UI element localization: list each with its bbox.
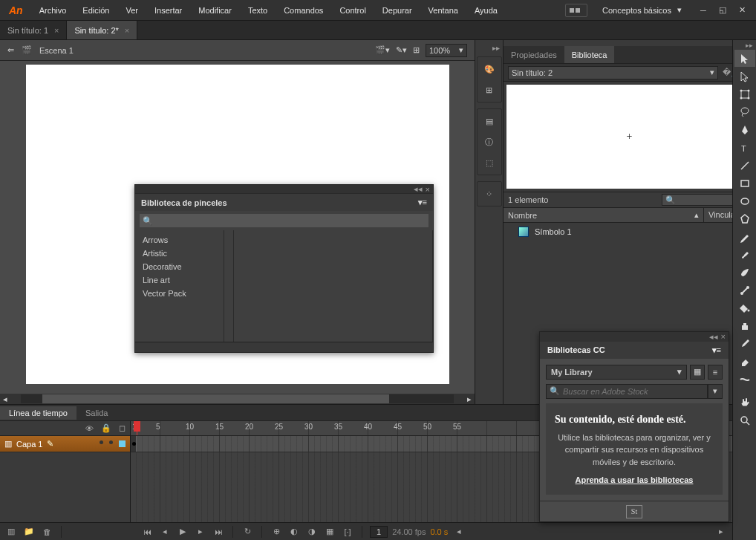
fps-label[interactable]: 24.00 fps: [392, 527, 426, 536]
panel-menu-icon[interactable]: ▾≡: [418, 198, 427, 207]
sync-settings-button[interactable]: [565, 4, 587, 17]
lasso-tool[interactable]: [734, 103, 755, 120]
doc-tab-1[interactable]: Sin título: 1 ×: [0, 21, 67, 39]
current-frame[interactable]: 1: [370, 526, 388, 538]
step-forward-icon[interactable]: ▸: [194, 525, 207, 539]
playhead[interactable]: [137, 421, 137, 435]
free-transform-tool[interactable]: [734, 85, 755, 103]
step-back-icon[interactable]: ◂: [158, 525, 172, 539]
cc-stock-search[interactable]: 🔍: [546, 384, 708, 399]
brush-library-search[interactable]: 🔍: [140, 214, 428, 227]
workspace-dropdown[interactable]: Conceptos básicos ▾: [595, 2, 689, 19]
horizontal-scrollbar[interactable]: ◂ ▸: [0, 394, 475, 404]
bone-tool[interactable]: [734, 282, 755, 299]
search-options-icon[interactable]: ▾: [708, 384, 723, 399]
back-icon[interactable]: ⇐: [7, 45, 14, 55]
doc-tab-2[interactable]: Sin título: 2* ×: [67, 21, 137, 39]
layer-row[interactable]: ▥ Capa 1 ✎: [0, 436, 130, 452]
panel-menu-icon[interactable]: ▾≡: [712, 345, 721, 355]
info-icon[interactable]: ⓘ: [480, 133, 498, 151]
library-doc-select[interactable]: Sin título: 2 ▾: [508, 66, 718, 79]
lock-icon[interactable]: 🔒: [101, 423, 111, 433]
brush-category-artistic[interactable]: Artistic: [140, 247, 219, 260]
outline-icon[interactable]: ◻: [119, 423, 126, 433]
menu-ver[interactable]: Ver: [118, 3, 146, 18]
paint-brush-tool[interactable]: [734, 264, 755, 281]
edit-multiple-icon[interactable]: ▦: [323, 525, 336, 539]
cc-libraries-title-bar[interactable]: Bibliotecas CC ▾≡: [540, 342, 729, 359]
brush-tool[interactable]: [734, 246, 755, 263]
paint-bucket-tool[interactable]: [734, 299, 755, 316]
onion-outline-icon[interactable]: ◑: [305, 525, 319, 539]
panel-grip[interactable]: ▸▸: [475, 45, 503, 51]
close-icon[interactable]: ×: [426, 185, 430, 194]
keyframe[interactable]: [132, 442, 136, 446]
zoom-tool[interactable]: [734, 411, 755, 429]
text-tool[interactable]: T: [734, 139, 755, 156]
cc-library-select[interactable]: My Library ▾: [546, 365, 687, 380]
edit-symbol-icon[interactable]: ✎▾: [396, 45, 407, 55]
panel-chrome[interactable]: ◂◂×: [540, 332, 729, 342]
scene-label[interactable]: Escena 1: [39, 46, 74, 55]
swatches-icon[interactable]: 🎨: [480, 60, 498, 78]
menu-insertar[interactable]: Insertar: [147, 3, 189, 18]
library-row[interactable]: Símbolo 1: [505, 224, 754, 239]
outline-sq[interactable]: [119, 440, 126, 447]
scroll-right-icon[interactable]: ▸: [714, 525, 728, 539]
eraser-tool[interactable]: [734, 353, 755, 370]
edit-scene-icon[interactable]: 🎬▾: [375, 45, 390, 55]
close-button[interactable]: ✕: [734, 4, 750, 16]
tab-timeline[interactable]: Línea de tiempo: [0, 406, 76, 420]
close-icon[interactable]: ×: [54, 26, 59, 35]
cc-stock-input[interactable]: [563, 387, 704, 396]
selection-tool[interactable]: [734, 50, 755, 67]
line-tool[interactable]: [734, 157, 755, 174]
polystar-tool[interactable]: [734, 210, 755, 227]
brush-category-arrows[interactable]: Arrows: [140, 233, 219, 247]
play-icon[interactable]: ▶: [176, 525, 189, 539]
brush-library-panel[interactable]: ◂◂× Biblioteca de pinceles ▾≡ 🔍 Arrows A…: [134, 184, 434, 353]
align-icon[interactable]: ⊞: [480, 81, 498, 99]
delete-layer-icon[interactable]: 🗑: [40, 525, 53, 539]
eyedropper-tool[interactable]: [734, 335, 755, 352]
minimize-button[interactable]: ─: [695, 4, 711, 16]
adobe-stock-icon[interactable]: St: [626, 505, 642, 518]
oval-tool[interactable]: [734, 192, 755, 209]
list-view-icon[interactable]: ≡: [708, 365, 723, 380]
menu-archivo[interactable]: Archivo: [32, 3, 74, 18]
collapse-icon[interactable]: ◂◂: [709, 332, 718, 342]
tab-output[interactable]: Salida: [76, 406, 117, 420]
components-icon[interactable]: ⁘: [480, 185, 498, 203]
rectangle-tool[interactable]: [734, 175, 755, 192]
goto-last-icon[interactable]: ⏭: [212, 525, 225, 539]
maximize-button[interactable]: ◱: [714, 4, 731, 16]
cc-libraries-panel[interactable]: ◂◂× Bibliotecas CC ▾≡ My Library ▾ ▦ ≡ 🔍…: [539, 331, 729, 523]
tab-propiedades[interactable]: Propiedades: [504, 46, 564, 63]
collapse-icon[interactable]: ◂◂: [414, 184, 423, 194]
menu-modificar[interactable]: Modificar: [191, 3, 239, 18]
zoom-select[interactable]: 100% ▾: [426, 44, 467, 57]
ink-bottle-tool[interactable]: [734, 317, 755, 334]
panel-chrome[interactable]: ◂◂×: [135, 185, 433, 194]
tools-grip[interactable]: ▸▸: [733, 42, 756, 49]
onion-skin-icon[interactable]: ◐: [287, 525, 301, 539]
brush-category-lineart[interactable]: Line art: [140, 273, 219, 287]
goto-first-icon[interactable]: ⏮: [140, 525, 154, 539]
pencil-tool[interactable]: [734, 228, 755, 245]
menu-control[interactable]: Control: [332, 3, 373, 18]
pen-tool[interactable]: [734, 121, 755, 138]
menu-comandos[interactable]: Comandos: [276, 3, 330, 18]
cc-learn-link[interactable]: Aprenda a usar las bibliotecas: [555, 475, 714, 484]
visibility-icon[interactable]: 👁: [85, 424, 94, 433]
menu-texto[interactable]: Texto: [241, 3, 275, 18]
brush-category-vectorpack[interactable]: Vector Pack: [140, 287, 219, 300]
col-nombre[interactable]: Nombre ▴: [504, 208, 703, 222]
transform-icon[interactable]: ⬚: [480, 154, 498, 172]
color-icon[interactable]: ▤: [480, 112, 498, 130]
close-icon[interactable]: ×: [721, 332, 726, 341]
center-frame-icon[interactable]: ⊕: [270, 525, 283, 539]
scroll-left-icon[interactable]: ◂: [452, 525, 466, 539]
hand-tool[interactable]: [734, 394, 755, 411]
menu-depurar[interactable]: Depurar: [375, 3, 420, 18]
lock-dot[interactable]: [109, 440, 113, 444]
